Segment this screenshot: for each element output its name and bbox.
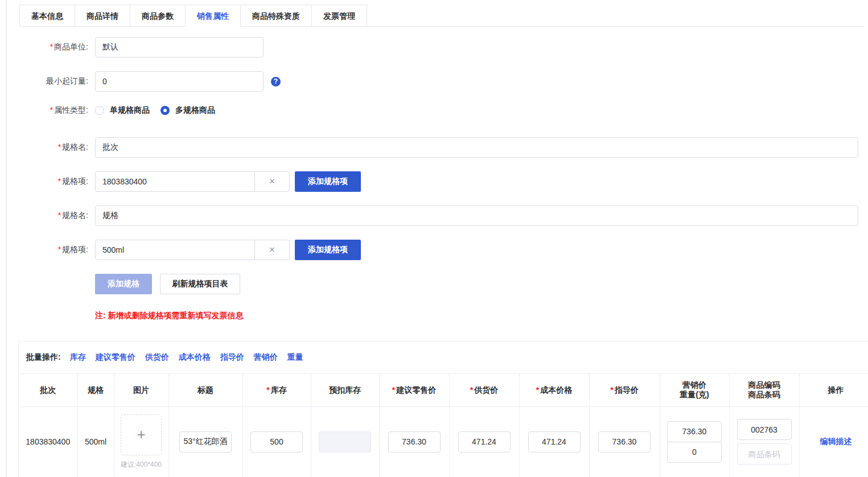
cell-cost-price: [519, 406, 589, 477]
product-edit-page: 基本信息 商品详情 商品参数 销售属性 商品特殊资质 发票管理 *商品单位: 最…: [0, 0, 868, 477]
image-size-hint: 建议:400*400: [114, 460, 168, 470]
radio-unchecked-icon: [95, 106, 104, 115]
radio-multi-spec[interactable]: 多规格商品: [161, 105, 215, 116]
bulk-action-cost-price[interactable]: 成本价格: [179, 352, 211, 363]
spec-name-label: *规格名:: [0, 211, 95, 221]
required-mark: *: [58, 211, 61, 220]
unit-label: *商品单位:: [0, 42, 95, 52]
header-image: 图片: [114, 374, 168, 406]
required-mark: *: [58, 142, 61, 151]
refresh-spec-table-button[interactable]: 刷新规格项目表: [160, 274, 240, 294]
cell-title: [168, 406, 242, 477]
barcode-input[interactable]: [737, 443, 792, 464]
stock-input[interactable]: [250, 431, 303, 453]
spec-item-input[interactable]: [95, 240, 255, 260]
header-actions: 操作: [799, 374, 868, 406]
required-mark: *: [536, 385, 539, 394]
product-code-input[interactable]: [737, 419, 792, 440]
required-mark: *: [266, 385, 269, 394]
close-icon: ×: [269, 244, 275, 256]
left-divider: [6, 0, 7, 477]
clear-spec-item-button[interactable]: ×: [254, 240, 290, 260]
plus-icon: +: [137, 426, 145, 443]
bulk-action-stock[interactable]: 库存: [70, 352, 86, 363]
guide-price-input[interactable]: [598, 431, 651, 453]
radio-checked-icon: [161, 106, 170, 115]
required-mark: *: [470, 385, 473, 394]
radio-single-spec[interactable]: 单规格商品: [95, 105, 150, 116]
add-spec-item-button[interactable]: 添加规格项: [295, 171, 361, 192]
tab-product-detail[interactable]: 商品详情: [75, 5, 130, 27]
spec-item-label: *规格项:: [0, 176, 95, 187]
bulk-action-retail-price[interactable]: 建议零售价: [96, 352, 135, 363]
tab-special-qualifications[interactable]: 商品特殊资质: [240, 5, 312, 27]
spec-table-panel: 批量操作: 库存 建议零售价 供货价 成本价格 指导价 营销价 重量 批次 规格…: [18, 341, 868, 477]
add-spec-button[interactable]: 添加规格: [95, 274, 152, 294]
cell-retail-price: [379, 406, 449, 477]
spec-buttons-row: 添加规格 刷新规格项目表: [0, 274, 868, 294]
bulk-action-supply-price[interactable]: 供货价: [145, 352, 169, 363]
cell-image: + 建议:400*400: [114, 406, 168, 477]
header-cost-price: *成本价格: [519, 374, 589, 406]
required-mark: *: [392, 385, 395, 394]
tab-invoice-management[interactable]: 发票管理: [311, 5, 367, 27]
clear-spec-item-button[interactable]: ×: [254, 171, 290, 192]
header-reserved-stock: 预扣库存: [311, 374, 379, 406]
bulk-action-weight[interactable]: 重量: [287, 352, 303, 363]
weight-input[interactable]: [667, 442, 722, 463]
spec-item-row: *规格项: × 添加规格项: [0, 171, 868, 192]
supply-price-input[interactable]: [458, 431, 511, 453]
spec-item-label: *规格项:: [0, 245, 95, 255]
bulk-action-guide-price[interactable]: 指导价: [220, 352, 244, 363]
invoice-warning-note: 注: 新增或删除规格项需重新填写发票信息: [95, 311, 868, 321]
bulk-action-marketing-price[interactable]: 营销价: [254, 352, 278, 363]
attr-type-label: *属性类型:: [0, 105, 95, 116]
cost-price-input[interactable]: [528, 431, 581, 453]
radio-multi-spec-label: 多规格商品: [175, 105, 215, 116]
retail-price-input[interactable]: [388, 431, 441, 453]
cell-marketing-weight: [660, 406, 729, 477]
required-mark: *: [58, 245, 61, 254]
header-retail-price: *建议零售价: [379, 374, 449, 406]
close-icon: ×: [269, 176, 275, 187]
tab-sales-attributes[interactable]: 销售属性: [185, 5, 241, 27]
header-code-barcode: 商品编码商品条码: [729, 374, 799, 406]
header-stock: *库存: [242, 374, 311, 406]
header-marketing-weight: 营销价重量(克): [660, 374, 729, 406]
cell-stock: [242, 406, 311, 477]
marketing-price-input[interactable]: [667, 421, 722, 442]
add-spec-item-button[interactable]: 添加规格项: [295, 240, 361, 260]
header-supply-price: *供货价: [449, 374, 519, 406]
image-upload-button[interactable]: +: [121, 414, 162, 455]
title-input[interactable]: [179, 431, 232, 453]
bulk-actions-label: 批量操作:: [26, 352, 61, 363]
cell-spec: 500ml: [77, 406, 114, 477]
table-header-row: 批次 规格 图片 标题 *库存 预扣库存 *建议零售价 *供货价 *成本价格 *…: [19, 374, 868, 406]
spec-item-input[interactable]: [95, 171, 255, 192]
table-row: 1803830400 500ml + 建议:400*400: [19, 406, 868, 477]
unit-input[interactable]: [95, 37, 264, 57]
header-spec: 规格: [77, 374, 114, 406]
cell-code-barcode: [729, 406, 799, 477]
attr-type-row: *属性类型: 单规格商品 多规格商品: [0, 105, 868, 116]
spec-name-input[interactable]: [95, 205, 858, 226]
unit-row: *商品单位:: [0, 37, 868, 57]
min-order-label: 最小起订量:: [0, 76, 95, 87]
edit-description-link[interactable]: 编辑描述: [820, 437, 852, 446]
header-guide-price: *指导价: [589, 374, 660, 406]
reserved-stock-input: [319, 431, 371, 453]
spec-name-input[interactable]: [95, 137, 858, 158]
tab-basic-info[interactable]: 基本信息: [19, 5, 75, 27]
spec-name-row: *规格名:: [0, 205, 868, 226]
bulk-actions-bar: 批量操作: 库存 建议零售价 供货价 成本价格 指导价 营销价 重量: [19, 342, 868, 374]
spec-name-label: *规格名:: [0, 142, 95, 153]
tab-product-params[interactable]: 商品参数: [130, 5, 186, 27]
spec-item-row: *规格项: × 添加规格项: [0, 240, 868, 260]
required-mark: *: [610, 385, 613, 394]
required-mark: *: [58, 176, 61, 186]
min-order-input[interactable]: [95, 71, 264, 92]
help-icon[interactable]: ?: [271, 77, 281, 87]
required-mark: *: [50, 105, 53, 114]
cell-guide-price: [589, 406, 660, 477]
spec-table: 批次 规格 图片 标题 *库存 预扣库存 *建议零售价 *供货价 *成本价格 *…: [19, 374, 868, 477]
